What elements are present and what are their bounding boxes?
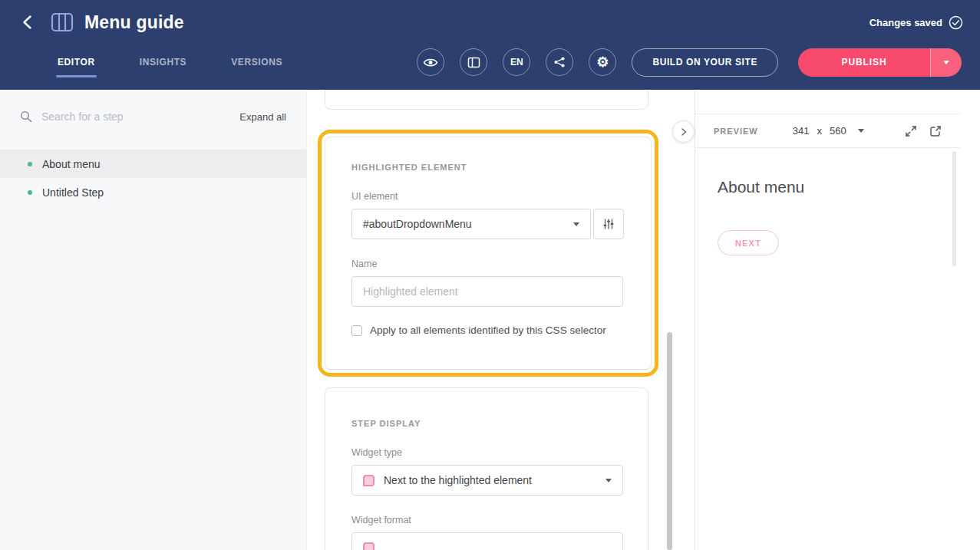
apply-all-checkbox[interactable]: [351, 325, 362, 336]
back-button[interactable]: [17, 11, 40, 34]
chevron-down-icon: [605, 479, 612, 482]
name-label: Name: [351, 259, 625, 269]
widget-type-select[interactable]: Next to the highlighted element: [351, 465, 623, 496]
publish-split-button: PUBLISH: [798, 48, 962, 77]
header-actions: EN ⚙ BUILD ON YOUR SITE PUBLISH: [417, 48, 962, 77]
step-label: Untitled Step: [42, 186, 104, 199]
chevron-down-icon: [943, 61, 949, 64]
preview-header-actions: [905, 125, 942, 137]
changes-saved-status: Changes saved: [869, 15, 963, 30]
sliders-icon: [602, 218, 615, 230]
selector-settings-button[interactable]: [593, 209, 624, 239]
apply-all-checkbox-row[interactable]: Apply to all elements identified by this…: [351, 324, 625, 336]
tab-insights[interactable]: INSIGHTS: [140, 57, 186, 68]
layout-button[interactable]: [460, 48, 487, 76]
preview-panel: PREVIEW 341 x 560 About menu NEXT: [695, 90, 960, 550]
collapse-preview-button[interactable]: [672, 120, 695, 143]
editor-scrollbar-thumb[interactable]: [667, 332, 672, 550]
chevron-right-icon: [680, 127, 688, 137]
step-label: About menu: [42, 158, 101, 170]
ui-element-value: #aboutDropdownMenu: [363, 218, 573, 230]
section-title-step-display: STEP DISPLAY: [351, 419, 622, 428]
layout-icon: [467, 56, 480, 69]
chevron-left-icon: [20, 14, 37, 31]
step-status-dot: [28, 190, 32, 195]
section-title-highlighted-element: HIGHLIGHTED ELEMENT: [351, 163, 625, 172]
language-label: EN: [510, 57, 523, 68]
preview-size-select[interactable]: 341 x 560: [793, 125, 864, 137]
element-name-input[interactable]: [351, 276, 623, 307]
widget-format-label: Widget format: [351, 515, 622, 525]
step-search-row: Expand all: [0, 90, 306, 143]
publish-dropdown-button[interactable]: [930, 48, 962, 77]
editor-scrollbar[interactable]: [667, 90, 672, 550]
chevron-down-icon: [858, 129, 864, 133]
preview-viewport-height: 560: [830, 125, 846, 137]
preview-next-button[interactable]: NEXT: [718, 230, 779, 255]
widget-type-label: Widget type: [351, 447, 622, 458]
preview-header: PREVIEW 341 x 560: [695, 114, 960, 148]
share-icon: [553, 56, 566, 68]
tab-versions[interactable]: VERSIONS: [231, 57, 282, 68]
step-display-card: STEP DISPLAY Widget type Next to the hig…: [325, 387, 648, 550]
header-tabs-row: EDITOR INSIGHTS VERSIONS EN ⚙: [0, 44, 980, 80]
steps-list: About menu Untitled Step: [0, 150, 306, 206]
widget-type-icon: [363, 475, 375, 486]
preview-size-separator: x: [817, 125, 822, 137]
preview-step-title: About menu: [718, 178, 960, 196]
preview-scrollbar[interactable]: [952, 151, 956, 266]
app-root: Menu guide Changes saved EDITOR INSIGHTS…: [0, 0, 980, 550]
highlighted-section-ring: HIGHLIGHTED ELEMENT UI element #aboutDro…: [318, 130, 658, 377]
header-title-row: Menu guide Changes saved: [0, 0, 980, 44]
widget-format-icon: [363, 542, 375, 550]
top-header: Menu guide Changes saved EDITOR INSIGHTS…: [0, 0, 980, 90]
guide-type-icon: [51, 12, 74, 32]
settings-button[interactable]: ⚙: [589, 48, 616, 76]
preview-fullscreen-button[interactable]: [905, 125, 917, 137]
check-circle-icon: [949, 15, 963, 30]
preview-viewport-width: 341: [793, 125, 810, 137]
step-editor-canvas: HIGHLIGHTED ELEMENT UI element #aboutDro…: [308, 90, 695, 550]
gear-icon: ⚙: [596, 55, 609, 69]
external-link-icon: [929, 125, 942, 137]
ui-element-row: #aboutDropdownMenu: [351, 209, 625, 239]
step-item-about-menu[interactable]: About menu: [0, 150, 306, 178]
steps-sidebar: Expand all About menu Untitled Step: [0, 90, 307, 550]
eye-icon: [423, 57, 438, 68]
step-item-untitled-step[interactable]: Untitled Step: [0, 178, 306, 206]
share-button[interactable]: [546, 48, 573, 76]
main-tabs: EDITOR INSIGHTS VERSIONS: [58, 57, 282, 68]
language-button[interactable]: EN: [503, 48, 530, 76]
changes-saved-label: Changes saved: [869, 17, 942, 28]
chevron-down-icon: [573, 222, 579, 226]
ui-element-select[interactable]: #aboutDropdownMenu: [351, 209, 591, 239]
search-icon: [20, 110, 32, 123]
preview-viewport: About menu NEXT: [695, 148, 960, 550]
build-on-your-site-button[interactable]: BUILD ON YOUR SITE: [632, 48, 778, 77]
highlighted-element-card: HIGHLIGHTED ELEMENT UI element #aboutDro…: [325, 137, 652, 370]
widget-format-select[interactable]: [351, 532, 623, 550]
preview-panel-label: PREVIEW: [714, 127, 758, 136]
expand-all-link[interactable]: Expand all: [239, 111, 286, 123]
ui-element-label: UI element: [351, 191, 625, 202]
step-search-input[interactable]: [41, 110, 239, 123]
step-status-dot: [28, 162, 32, 166]
page-title: Menu guide: [84, 12, 184, 33]
apply-all-label: Apply to all elements identified by this…: [370, 324, 606, 336]
expand-icon: [905, 125, 917, 137]
preview-open-external-button[interactable]: [929, 125, 942, 137]
publish-button[interactable]: PUBLISH: [798, 48, 930, 77]
widget-type-value: Next to the highlighted element: [384, 474, 605, 486]
tab-editor[interactable]: EDITOR: [58, 57, 95, 68]
preview-eye-button[interactable]: [417, 48, 444, 76]
